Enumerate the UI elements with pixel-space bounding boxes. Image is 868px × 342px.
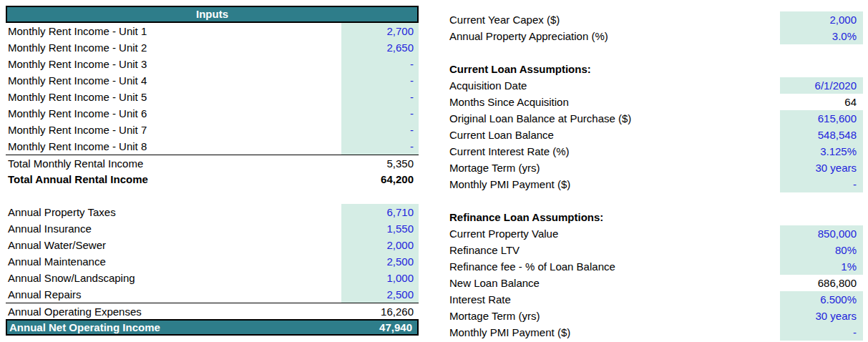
input-cell[interactable]: 615,600	[780, 110, 863, 127]
input-cell[interactable]: -	[341, 72, 419, 89]
table-row: New Loan Balance686,800	[447, 275, 863, 291]
row-label: Annual Water/Sewer	[6, 237, 341, 253]
table-row: Monthly PMI Payment ($)-	[447, 176, 863, 192]
input-cell[interactable]: 30 years	[780, 308, 863, 324]
input-cell[interactable]: 2,650	[341, 39, 419, 56]
row-label: Current Loan Balance	[447, 127, 780, 143]
row-label: Mortage Term (yrs)	[447, 308, 780, 324]
section-heading: Current Loan Assumptions:	[447, 61, 863, 77]
table-row: Monthly Rent Income - Unit 6-	[6, 105, 419, 122]
row-label: Monthly Rent Income - Unit 2	[6, 39, 341, 56]
row-label: Annual Snow/Landscaping	[6, 270, 341, 286]
row-label: Monthly PMI Payment ($)	[447, 176, 780, 192]
loan-assumptions-panel: Current Year Capex ($)2,000Annual Proper…	[447, 11, 863, 341]
input-cell[interactable]: -	[341, 89, 419, 105]
table-row: Monthly Rent Income - Unit 3-	[6, 56, 419, 72]
table-row: Annual Property Appreciation (%)3.0%	[447, 28, 863, 44]
input-cell[interactable]: 1,550	[341, 220, 419, 237]
input-cell[interactable]: 30 years	[780, 160, 863, 176]
input-cell[interactable]: 6,710	[341, 204, 419, 220]
input-cell[interactable]: 850,000	[780, 225, 863, 242]
section-heading: Refinance Loan Assumptions:	[447, 209, 863, 225]
input-cell[interactable]: -	[341, 138, 419, 155]
input-cell[interactable]: 6/1/2020	[780, 77, 863, 94]
table-row: Monthly Rent Income - Unit 7-	[6, 122, 419, 138]
table-row: Current Year Capex ($)2,000	[447, 11, 863, 28]
row-label: Annual Insurance	[6, 220, 341, 237]
input-cell[interactable]: 2,000	[341, 237, 419, 253]
input-cell[interactable]: -	[341, 122, 419, 138]
input-cell[interactable]: 2,500	[341, 253, 419, 270]
row-label: Monthly Rent Income - Unit 8	[6, 138, 341, 155]
table-row: Interest Rate6.500%	[447, 291, 863, 308]
calculated-cell: 47,940	[340, 321, 417, 334]
input-cell[interactable]: 3.0%	[780, 28, 863, 44]
calculated-cell: 64	[780, 94, 863, 110]
table-row: Monthly PMI Payment ($)-	[447, 324, 863, 341]
table-row: Monthly Rent Income - Unit 22,650	[6, 39, 419, 56]
input-cell[interactable]: 6.500%	[780, 291, 863, 308]
table-row: Annual Water/Sewer2,000	[6, 237, 419, 253]
row-label: Current Interest Rate (%)	[447, 143, 780, 160]
input-cell[interactable]: 2,500	[341, 286, 419, 303]
row-label: Monthly Rent Income - Unit 7	[6, 122, 341, 138]
table-row: Current Loan Balance548,548	[447, 127, 863, 143]
table-row: Mortage Term (yrs)30 years	[447, 160, 863, 176]
input-cell[interactable]: 2,700	[341, 23, 419, 39]
row-label: Acquisition Date	[447, 77, 780, 94]
row-label: Monthly Rent Income - Unit 5	[6, 89, 341, 105]
row-label: Annual Operating Expenses	[6, 303, 341, 319]
input-cell[interactable]: -	[780, 176, 863, 192]
table-row: Annual Net Operating Income47,940	[6, 319, 419, 336]
table-row: Total Annual Rental Income64,200	[6, 171, 419, 187]
row-label: Original Loan Balance at Purchase ($)	[447, 110, 780, 127]
table-row: Monthly Rent Income - Unit 5-	[6, 89, 419, 105]
table-row: Annual Operating Expenses16,260	[6, 303, 419, 319]
table-row: Months Since Acquisition64	[447, 94, 863, 110]
section-heading-row: Refinance Loan Assumptions:	[447, 209, 863, 225]
row-label: Months Since Acquisition	[447, 94, 780, 110]
input-cell[interactable]: 80%	[780, 242, 863, 258]
row-label: Monthly Rent Income - Unit 3	[6, 56, 341, 72]
row-label: Total Annual Rental Income	[6, 171, 341, 187]
row-label: Current Year Capex ($)	[447, 11, 780, 28]
section-heading-row: Current Loan Assumptions:	[447, 61, 863, 77]
calculated-cell: 64,200	[341, 171, 419, 187]
spacer-row	[6, 187, 419, 204]
spacer-row	[447, 44, 863, 61]
calculated-cell: 16,260	[341, 303, 419, 319]
table-row: Acquisition Date6/1/2020	[447, 77, 863, 94]
calculated-cell: 5,350	[341, 155, 419, 171]
table-row: Monthly Rent Income - Unit 8-	[6, 138, 419, 155]
input-cell[interactable]: 1%	[780, 258, 863, 275]
row-label: Annual Repairs	[6, 286, 341, 303]
table-row: Total Monthly Rental Income5,350	[6, 155, 419, 171]
row-label: Monthly Rent Income - Unit 1	[6, 23, 341, 39]
table-row: Annual Property Taxes6,710	[6, 204, 419, 220]
inputs-table-rows: Monthly Rent Income - Unit 12,700Monthly…	[6, 23, 419, 336]
row-label: Mortage Term (yrs)	[447, 160, 780, 176]
row-label: Interest Rate	[447, 291, 780, 308]
loan-assumptions-rows: Current Year Capex ($)2,000Annual Proper…	[447, 11, 863, 341]
row-label: Monthly PMI Payment ($)	[447, 324, 780, 341]
table-row: Current Property Value850,000	[447, 225, 863, 242]
row-label: Annual Maintenance	[6, 253, 341, 270]
table-row: Annual Snow/Landscaping1,000	[6, 270, 419, 286]
row-label: Refinance fee - % of Loan Balance	[447, 258, 780, 275]
row-label: Annual Property Appreciation (%)	[447, 28, 780, 44]
row-label: Monthly Rent Income - Unit 4	[6, 72, 341, 89]
input-cell[interactable]: -	[780, 324, 863, 341]
row-label: Current Property Value	[447, 225, 780, 242]
input-cell[interactable]: 548,548	[780, 127, 863, 143]
table-row: Annual Maintenance2,500	[6, 253, 419, 270]
inputs-table-header: Inputs	[6, 6, 419, 23]
input-cell[interactable]: 3.125%	[780, 143, 863, 160]
table-row: Monthly Rent Income - Unit 4-	[6, 72, 419, 89]
input-cell[interactable]: -	[341, 105, 419, 122]
calculated-cell: 686,800	[780, 275, 863, 291]
row-label: Total Monthly Rental Income	[6, 155, 341, 171]
input-cell[interactable]: -	[341, 56, 419, 72]
input-cell[interactable]: 2,000	[780, 11, 863, 28]
input-cell[interactable]: 1,000	[341, 270, 419, 286]
table-row: Current Interest Rate (%)3.125%	[447, 143, 863, 160]
